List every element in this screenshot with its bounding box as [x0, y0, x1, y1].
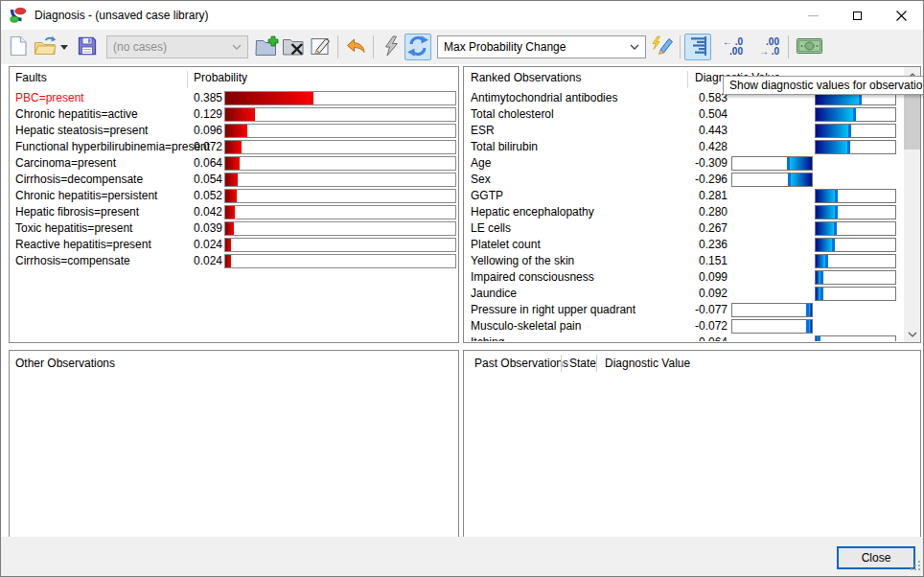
- faults-panel: Faults Probability PBC=present0.385Chron…: [9, 66, 459, 343]
- fault-probability-value: 0.024: [194, 237, 222, 253]
- fault-probability-value: 0.096: [194, 123, 222, 139]
- fault-row[interactable]: Cirrhosis=compensate0.024: [10, 253, 458, 269]
- positive-bar-fill: [816, 222, 837, 235]
- observation-row[interactable]: Yellowing of the skin0.151: [464, 253, 903, 269]
- observation-label: LE cells: [471, 220, 511, 237]
- maximize-icon[interactable]: [835, 1, 879, 30]
- fault-row[interactable]: PBC=present0.385: [10, 90, 458, 106]
- show-diagnostic-values-button[interactable]: [684, 34, 711, 60]
- fault-row[interactable]: Reactive hepatitis=present0.024: [10, 237, 458, 253]
- resize-grip-icon[interactable]: [911, 561, 921, 574]
- open-dropdown-arrow[interactable]: [58, 34, 70, 60]
- past-diagnostic-value-column-header: Diagnostic Value: [605, 357, 690, 370]
- fault-label: Carcinoma=present: [15, 155, 116, 172]
- fault-row[interactable]: Toxic hepatitis=present0.039: [10, 220, 458, 237]
- diagnostic-value: 0.236: [684, 237, 728, 253]
- fault-probability-bar: [224, 107, 456, 122]
- fault-row[interactable]: Carcinoma=present0.064: [10, 155, 458, 172]
- fault-probability-bar-fill: [225, 206, 235, 219]
- genie-app-icon: [10, 7, 27, 24]
- probability-column-header: Probability: [194, 71, 247, 84]
- fault-probability-value: 0.024: [194, 253, 222, 269]
- ranking-method-dropdown[interactable]: Max Probability Change: [437, 35, 646, 58]
- close-button[interactable]: Close: [837, 546, 915, 569]
- negative-bar-fill: [806, 304, 812, 316]
- faults-panel-header: Faults Probability: [10, 67, 458, 88]
- observation-row[interactable]: Musculo-skeletal pain-0.072: [464, 318, 903, 335]
- toolbar-separator: [680, 35, 681, 58]
- fault-label: Chronic hepatitis=persistent: [15, 188, 157, 204]
- add-case-button[interactable]: [253, 34, 280, 60]
- delete-case-button[interactable]: [280, 34, 307, 60]
- toolbar: (no cases): [1, 30, 923, 64]
- scroll-down-icon[interactable]: [904, 326, 920, 342]
- fault-row[interactable]: Chronic hepatitis=active0.129: [10, 106, 458, 123]
- observation-row[interactable]: GGTP0.281: [464, 188, 903, 204]
- close-window-icon[interactable]: [879, 1, 923, 30]
- observation-row[interactable]: Itching0.064: [464, 335, 903, 341]
- fault-row[interactable]: Functional hyperbilirubinemia=present0.0…: [10, 139, 458, 155]
- observations-scrollbar[interactable]: [904, 67, 920, 342]
- edit-ranking-button[interactable]: [649, 34, 676, 60]
- observation-row[interactable]: Jaundice0.092: [464, 286, 903, 302]
- costs-button[interactable]: [793, 34, 825, 60]
- column-divider: [687, 71, 688, 88]
- past-observations-column-header: Past Observations: [474, 357, 568, 370]
- observation-row[interactable]: Impaired consciousness0.099: [464, 269, 903, 286]
- diagnostic-value: 0.583: [684, 90, 728, 106]
- fault-probability-bar-fill: [225, 125, 247, 137]
- undo-button[interactable]: [342, 34, 369, 60]
- fault-label: Cirrhosis=decompensate: [15, 172, 143, 188]
- positive-bar-box: [815, 221, 896, 236]
- fault-probability-bar: [224, 140, 456, 154]
- observation-row[interactable]: Total cholesterol0.504: [464, 106, 903, 123]
- fault-probability-bar-fill: [225, 92, 313, 104]
- increase-precision-button[interactable]: .00 → .0: [748, 34, 784, 60]
- observation-label: Pressure in right upper quadrant: [471, 302, 635, 318]
- save-case-file-button[interactable]: [74, 34, 101, 60]
- chevron-down-icon: [630, 44, 639, 50]
- minimize-icon: [791, 1, 835, 30]
- observation-label: Age: [471, 155, 491, 172]
- diagnostic-value-bar: [731, 173, 896, 187]
- observation-row[interactable]: Hepatic encephalopathy0.280: [464, 204, 903, 220]
- fault-row[interactable]: Hepatic steatosis=present0.096: [10, 123, 458, 139]
- fault-label: Functional hyperbilirubinemia=present: [15, 139, 210, 155]
- fault-row[interactable]: Hepatic fibrosis=present0.042: [10, 204, 458, 220]
- observation-row[interactable]: Pressure in right upper quadrant-0.077: [464, 302, 903, 318]
- diagnostic-value: 0.281: [684, 188, 728, 204]
- observation-row[interactable]: LE cells0.267: [464, 220, 903, 237]
- other-observations-header: Other Observations: [15, 357, 115, 370]
- observation-label: Antimytochondrial antibodies: [471, 90, 617, 106]
- observation-label: Musculo-skeletal pain: [471, 318, 581, 335]
- decrease-precision-button[interactable]: ← .0 .00: [711, 34, 748, 60]
- fault-probability-bar: [224, 156, 456, 171]
- observation-label: Total cholesterol: [471, 106, 554, 123]
- observation-row[interactable]: Total bilirubin0.428: [464, 139, 903, 155]
- state-column-header: State: [569, 357, 596, 370]
- diagnostic-value-bar: [731, 238, 896, 252]
- open-case-file-button[interactable]: [32, 34, 58, 60]
- fault-probability-bar-fill: [225, 222, 234, 235]
- positive-bar-box: [815, 254, 896, 268]
- new-case-file-button[interactable]: [5, 34, 32, 60]
- diagnostic-value-bar: [731, 221, 896, 236]
- fault-row[interactable]: Chronic hepatitis=persistent0.052: [10, 188, 458, 204]
- update-automatically-button[interactable]: [404, 34, 431, 60]
- observation-row[interactable]: ESR0.443: [464, 123, 903, 139]
- column-divider: [596, 355, 597, 372]
- fault-probability-value: 0.385: [194, 90, 222, 106]
- refresh-arrows-icon: [406, 35, 429, 60]
- observation-row[interactable]: Platelet count0.236: [464, 237, 903, 253]
- negative-bar-box: [731, 319, 813, 334]
- folder-pencil-icon: [310, 35, 332, 59]
- observation-label: Jaundice: [471, 286, 517, 302]
- edit-case-button[interactable]: [307, 34, 334, 60]
- observation-label: Total bilirubin: [471, 139, 538, 155]
- observation-row[interactable]: Sex-0.296: [464, 172, 903, 188]
- observation-label: Yellowing of the skin: [471, 253, 574, 269]
- observation-row[interactable]: Age-0.309: [464, 155, 903, 172]
- update-now-button[interactable]: [378, 34, 404, 60]
- positive-bar-fill: [816, 141, 850, 153]
- fault-row[interactable]: Cirrhosis=decompensate0.054: [10, 172, 458, 188]
